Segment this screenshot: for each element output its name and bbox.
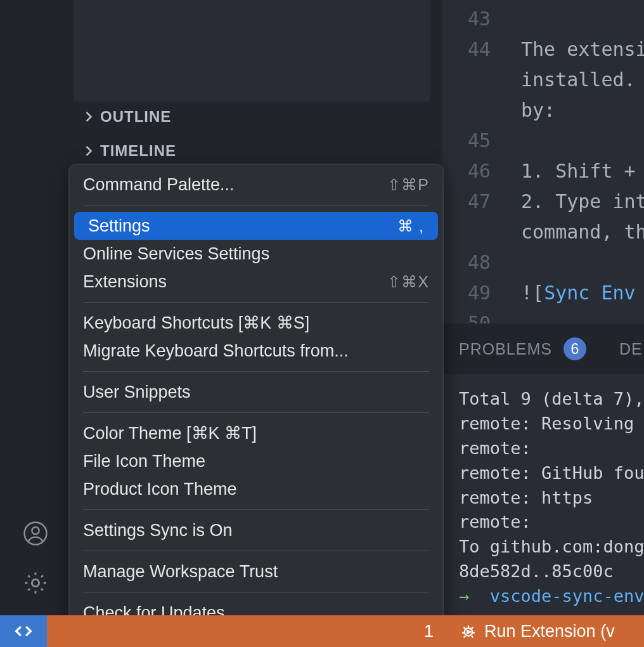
outline-label: OUTLINE (100, 108, 171, 126)
chevron-right-icon (80, 142, 98, 160)
menu-separator (83, 371, 429, 372)
chevron-right-icon (80, 108, 98, 126)
menu-item-label: Extensions (83, 272, 167, 292)
menu-item-keyboard-shortcuts[interactable]: Keyboard Shortcuts [⌘K ⌘S] (69, 309, 443, 337)
svg-point-1 (32, 527, 39, 534)
menu-item-command-palette[interactable]: Command Palette...⇧⌘P (69, 171, 443, 199)
gear-icon[interactable] (22, 570, 49, 596)
timeline-section[interactable]: TIMELINE (80, 142, 176, 160)
debug-icon (459, 622, 478, 641)
terminal-line: remote: Resolving (459, 412, 644, 436)
status-count[interactable]: 1 (418, 622, 440, 641)
run-extension-button[interactable]: Run Extension (v (459, 622, 615, 641)
menu-separator (83, 205, 429, 206)
menu-separator (83, 551, 429, 551)
menu-item-settings-sync[interactable]: Settings Sync is On (69, 516, 443, 544)
problems-badge: 6 (564, 337, 586, 360)
explorer-preview (74, 0, 430, 101)
tab-debug[interactable]: DE (619, 340, 643, 358)
terminal-line: remote: (459, 510, 644, 535)
settings-context-menu: Command Palette...⇧⌘PSettings⌘ ,Online S… (68, 164, 444, 636)
terminal-line: remote: GitHub fou (459, 461, 644, 486)
menu-item-label: Color Theme [⌘K ⌘T] (83, 423, 257, 443)
menu-item-label: User Snippets (83, 382, 191, 402)
timeline-label: TIMELINE (100, 142, 176, 160)
terminal[interactable]: Total 9 (delta 7), remote: Resolving rem… (442, 374, 644, 615)
menu-item-shortcut: ⇧⌘X (387, 273, 429, 291)
menu-item-manage-workspace-trust[interactable]: Manage Workspace Trust (69, 558, 443, 585)
terminal-prompt: → vscode-sync-env (459, 584, 644, 609)
outline-section[interactable]: OUTLINE (80, 108, 171, 126)
menu-item-product-icon-theme[interactable]: Product Icon Theme (69, 475, 443, 503)
menu-item-user-snippets[interactable]: User Snippets (69, 378, 443, 406)
menu-item-settings[interactable]: Settings⌘ , (74, 212, 438, 240)
menu-item-label: Online Services Settings (83, 244, 269, 264)
menu-item-shortcut: ⇧⌘P (387, 176, 429, 194)
menu-separator (83, 412, 429, 413)
terminal-line: remote: https (459, 486, 644, 511)
accounts-icon[interactable] (22, 520, 49, 547)
status-bar: 1 Run Extension (v (0, 615, 644, 647)
menu-item-migrate-keyboard-shortcuts[interactable]: Migrate Keyboard Shortcuts from... (69, 337, 443, 365)
tab-problems[interactable]: PROBLEMS (459, 340, 552, 358)
menu-separator (83, 509, 429, 510)
terminal-line: 8de582d..85c00c (459, 559, 644, 584)
svg-point-2 (32, 579, 39, 586)
activity-bar (0, 0, 71, 615)
run-extension-label: Run Extension (v (484, 622, 615, 641)
menu-item-extensions[interactable]: Extensions⇧⌘X (69, 268, 443, 296)
menu-separator (83, 302, 429, 303)
menu-item-file-icon-theme[interactable]: File Icon Theme (69, 447, 443, 475)
menu-item-shortcut: ⌘ , (397, 217, 424, 235)
menu-item-label: Command Palette... (83, 175, 235, 195)
terminal-line: remote: (459, 436, 644, 461)
menu-separator (83, 592, 429, 592)
panel-header: PROBLEMS 6 DE (442, 324, 644, 374)
svg-point-0 (25, 523, 47, 545)
menu-item-label: Product Icon Theme (83, 480, 237, 499)
menu-item-label: Migrate Keyboard Shortcuts from... (83, 341, 349, 361)
remote-button[interactable] (0, 615, 47, 647)
terminal-line: To github.com:dong (459, 535, 644, 559)
line-gutter: 43 44 45 46 47 48 49 50 51 (442, 0, 503, 324)
menu-item-label: Settings Sync is On (83, 521, 233, 540)
menu-item-label: File Icon Theme (83, 452, 205, 471)
editor[interactable]: 43 44 45 46 47 48 49 50 51 The extensi i… (442, 0, 644, 324)
menu-item-label: Settings (88, 216, 150, 236)
menu-item-label: Keyboard Shortcuts [⌘K ⌘S] (83, 313, 309, 333)
svg-marker-4 (467, 631, 470, 634)
menu-item-online-services-settings[interactable]: Online Services Settings (69, 240, 443, 268)
code-content[interactable]: The extensi installed. by: 1. Shift + 2.… (521, 4, 644, 324)
terminal-line: Total 9 (delta 7), (459, 387, 644, 412)
menu-item-label: Manage Workspace Trust (83, 562, 278, 582)
menu-item-color-theme[interactable]: Color Theme [⌘K ⌘T] (69, 419, 443, 447)
